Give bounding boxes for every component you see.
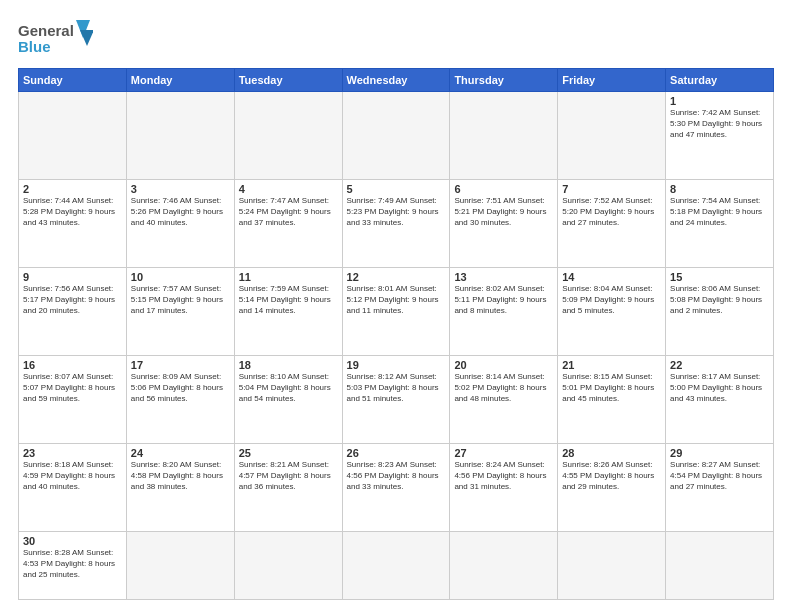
calendar-cell: 21Sunrise: 8:15 AM Sunset: 5:01 PM Dayli… [558,356,666,444]
calendar-header-tuesday: Tuesday [234,69,342,92]
day-info: Sunrise: 8:21 AM Sunset: 4:57 PM Dayligh… [239,460,338,492]
calendar-cell: 25Sunrise: 8:21 AM Sunset: 4:57 PM Dayli… [234,444,342,532]
day-number: 2 [23,183,122,195]
calendar-cell: 14Sunrise: 8:04 AM Sunset: 5:09 PM Dayli… [558,268,666,356]
day-info: Sunrise: 8:01 AM Sunset: 5:12 PM Dayligh… [347,284,446,316]
day-info: Sunrise: 8:12 AM Sunset: 5:03 PM Dayligh… [347,372,446,404]
calendar-cell [234,92,342,180]
calendar-header-wednesday: Wednesday [342,69,450,92]
svg-marker-3 [80,30,93,46]
calendar-cell [19,92,127,180]
calendar-week-4: 16Sunrise: 8:07 AM Sunset: 5:07 PM Dayli… [19,356,774,444]
day-number: 28 [562,447,661,459]
calendar-cell: 3Sunrise: 7:46 AM Sunset: 5:26 PM Daylig… [126,180,234,268]
calendar-week-1: 1Sunrise: 7:42 AM Sunset: 5:30 PM Daylig… [19,92,774,180]
day-info: Sunrise: 8:09 AM Sunset: 5:06 PM Dayligh… [131,372,230,404]
calendar-week-5: 23Sunrise: 8:18 AM Sunset: 4:59 PM Dayli… [19,444,774,532]
calendar-week-2: 2Sunrise: 7:44 AM Sunset: 5:28 PM Daylig… [19,180,774,268]
calendar-header-row: SundayMondayTuesdayWednesdayThursdayFrid… [19,69,774,92]
calendar-cell: 23Sunrise: 8:18 AM Sunset: 4:59 PM Dayli… [19,444,127,532]
day-info: Sunrise: 8:26 AM Sunset: 4:55 PM Dayligh… [562,460,661,492]
day-info: Sunrise: 7:59 AM Sunset: 5:14 PM Dayligh… [239,284,338,316]
calendar-cell: 15Sunrise: 8:06 AM Sunset: 5:08 PM Dayli… [666,268,774,356]
calendar-cell [342,532,450,600]
day-number: 7 [562,183,661,195]
calendar-cell: 8Sunrise: 7:54 AM Sunset: 5:18 PM Daylig… [666,180,774,268]
day-number: 17 [131,359,230,371]
day-number: 8 [670,183,769,195]
day-info: Sunrise: 7:47 AM Sunset: 5:24 PM Dayligh… [239,196,338,228]
calendar-header-thursday: Thursday [450,69,558,92]
calendar-cell: 24Sunrise: 8:20 AM Sunset: 4:58 PM Dayli… [126,444,234,532]
calendar-cell: 2Sunrise: 7:44 AM Sunset: 5:28 PM Daylig… [19,180,127,268]
calendar-cell [450,92,558,180]
day-info: Sunrise: 8:04 AM Sunset: 5:09 PM Dayligh… [562,284,661,316]
day-info: Sunrise: 8:27 AM Sunset: 4:54 PM Dayligh… [670,460,769,492]
logo-svg: GeneralBlue [18,18,93,58]
day-info: Sunrise: 7:57 AM Sunset: 5:15 PM Dayligh… [131,284,230,316]
calendar-header-sunday: Sunday [19,69,127,92]
calendar-cell: 10Sunrise: 7:57 AM Sunset: 5:15 PM Dayli… [126,268,234,356]
day-number: 3 [131,183,230,195]
day-info: Sunrise: 7:46 AM Sunset: 5:26 PM Dayligh… [131,196,230,228]
calendar-header-monday: Monday [126,69,234,92]
calendar-week-3: 9Sunrise: 7:56 AM Sunset: 5:17 PM Daylig… [19,268,774,356]
calendar-cell [234,532,342,600]
day-info: Sunrise: 8:02 AM Sunset: 5:11 PM Dayligh… [454,284,553,316]
day-info: Sunrise: 7:42 AM Sunset: 5:30 PM Dayligh… [670,108,769,140]
day-info: Sunrise: 8:24 AM Sunset: 4:56 PM Dayligh… [454,460,553,492]
day-number: 19 [347,359,446,371]
day-number: 18 [239,359,338,371]
calendar-cell: 1Sunrise: 7:42 AM Sunset: 5:30 PM Daylig… [666,92,774,180]
day-number: 14 [562,271,661,283]
calendar-cell: 26Sunrise: 8:23 AM Sunset: 4:56 PM Dayli… [342,444,450,532]
day-info: Sunrise: 8:06 AM Sunset: 5:08 PM Dayligh… [670,284,769,316]
calendar-cell: 22Sunrise: 8:17 AM Sunset: 5:00 PM Dayli… [666,356,774,444]
calendar-cell: 27Sunrise: 8:24 AM Sunset: 4:56 PM Dayli… [450,444,558,532]
calendar-cell [558,92,666,180]
day-number: 21 [562,359,661,371]
day-info: Sunrise: 7:49 AM Sunset: 5:23 PM Dayligh… [347,196,446,228]
day-info: Sunrise: 8:18 AM Sunset: 4:59 PM Dayligh… [23,460,122,492]
day-number: 25 [239,447,338,459]
svg-text:Blue: Blue [18,38,51,55]
calendar-cell [342,92,450,180]
day-number: 11 [239,271,338,283]
day-info: Sunrise: 7:54 AM Sunset: 5:18 PM Dayligh… [670,196,769,228]
day-info: Sunrise: 8:15 AM Sunset: 5:01 PM Dayligh… [562,372,661,404]
day-number: 29 [670,447,769,459]
page: GeneralBlue SundayMondayTuesdayWednesday… [0,0,792,612]
day-number: 4 [239,183,338,195]
day-info: Sunrise: 8:28 AM Sunset: 4:53 PM Dayligh… [23,548,122,580]
day-info: Sunrise: 8:14 AM Sunset: 5:02 PM Dayligh… [454,372,553,404]
day-number: 9 [23,271,122,283]
day-info: Sunrise: 7:44 AM Sunset: 5:28 PM Dayligh… [23,196,122,228]
calendar-cell: 11Sunrise: 7:59 AM Sunset: 5:14 PM Dayli… [234,268,342,356]
calendar-cell: 30Sunrise: 8:28 AM Sunset: 4:53 PM Dayli… [19,532,127,600]
calendar-cell [126,92,234,180]
calendar-cell: 12Sunrise: 8:01 AM Sunset: 5:12 PM Dayli… [342,268,450,356]
day-number: 6 [454,183,553,195]
day-number: 5 [347,183,446,195]
logo: GeneralBlue [18,18,93,58]
day-number: 24 [131,447,230,459]
day-number: 27 [454,447,553,459]
day-number: 23 [23,447,122,459]
day-number: 12 [347,271,446,283]
calendar-cell: 9Sunrise: 7:56 AM Sunset: 5:17 PM Daylig… [19,268,127,356]
calendar-cell: 6Sunrise: 7:51 AM Sunset: 5:21 PM Daylig… [450,180,558,268]
day-number: 30 [23,535,122,547]
calendar-cell: 13Sunrise: 8:02 AM Sunset: 5:11 PM Dayli… [450,268,558,356]
calendar-header-saturday: Saturday [666,69,774,92]
day-info: Sunrise: 8:17 AM Sunset: 5:00 PM Dayligh… [670,372,769,404]
calendar-cell: 7Sunrise: 7:52 AM Sunset: 5:20 PM Daylig… [558,180,666,268]
calendar-cell: 17Sunrise: 8:09 AM Sunset: 5:06 PM Dayli… [126,356,234,444]
calendar-cell: 19Sunrise: 8:12 AM Sunset: 5:03 PM Dayli… [342,356,450,444]
day-number: 10 [131,271,230,283]
calendar-week-6: 30Sunrise: 8:28 AM Sunset: 4:53 PM Dayli… [19,532,774,600]
calendar-cell [558,532,666,600]
calendar-cell: 16Sunrise: 8:07 AM Sunset: 5:07 PM Dayli… [19,356,127,444]
day-number: 22 [670,359,769,371]
day-info: Sunrise: 8:23 AM Sunset: 4:56 PM Dayligh… [347,460,446,492]
day-number: 20 [454,359,553,371]
